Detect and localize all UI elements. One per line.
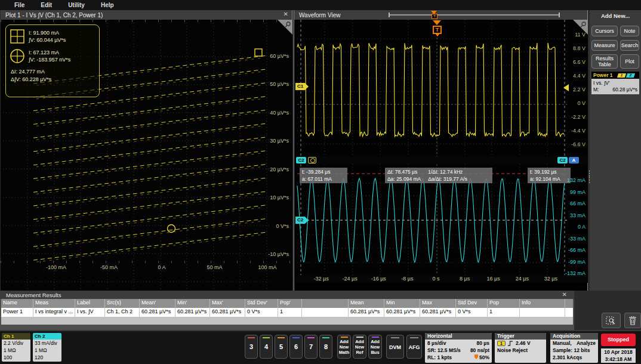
ch1-name: Ch 1 — [2, 333, 30, 340]
tick-label: 0 V — [577, 100, 585, 106]
note-button[interactable]: Note — [620, 26, 639, 36]
tick-label: -2.2 V — [571, 114, 585, 120]
ch2-waveform-grid[interactable]: C2 t: -39.284 µs a: 67.011 mA Δt: 78.475… — [295, 164, 588, 275]
delta-amplitude: Δa: 25.094 mA — [387, 175, 421, 183]
inspect-button[interactable] — [602, 313, 621, 328]
results-close-icon[interactable]: ✕ — [562, 291, 567, 298]
results-cell: 60.281 µV*s — [420, 308, 456, 317]
tick-label: 132 mA — [567, 177, 585, 183]
square-cursor-icon — [10, 29, 25, 44]
trigger-mode: Noise Reject — [495, 347, 546, 354]
tick-label: 20 µV*s — [270, 166, 289, 172]
oscilloscope-app: File Edit Utility Help Plot 1 - I Vs ∫V … — [0, 0, 641, 364]
magnifier-icon — [580, 21, 587, 28]
channel-button-3[interactable]: 3 — [245, 335, 258, 359]
acq-count: 2.301 kAcqs — [550, 354, 598, 361]
menu-help[interactable]: Help — [101, 2, 114, 8]
cursor-source-badge-right[interactable]: C2 — [557, 157, 568, 164]
cursors-button[interactable]: Cursors — [591, 26, 618, 36]
dvm-button[interactable]: DVM — [386, 335, 404, 359]
xy-x-axis-labels: -100 mA-50 mA0 A50 mA100 mA — [38, 264, 285, 270]
status-bar: Ch 1 2.2 V/div 1 MΩ 100 MHzBw Ch 2 33 mA… — [0, 330, 641, 364]
add-new-math-button[interactable]: Add New Math — [337, 335, 351, 359]
xy-plot-area[interactable]: I: 91.900 mA ∫V: 60.044 µV*s I: 67.123 m… — [1, 20, 292, 291]
datetime-display: 10 Apr 2018 3:42:18 AM — [601, 348, 636, 363]
results-col: Info — [520, 299, 565, 308]
horizontal-pan-bar[interactable] — [389, 14, 560, 16]
results-cell: 60.281 µV*s — [140, 308, 175, 317]
trash-icon — [628, 316, 637, 325]
horizontal-window: 80 µs — [477, 340, 489, 347]
results-col: Max' — [210, 299, 245, 308]
run-stop-status[interactable]: Stopped — [601, 334, 636, 346]
rising-edge-icon — [508, 340, 513, 347]
channel-button-8[interactable]: 8 — [319, 335, 332, 359]
acquisition-title: Acquisition — [550, 333, 598, 340]
close-icon[interactable]: ✕ — [283, 11, 288, 17]
trigger-flag[interactable]: T — [433, 26, 442, 34]
trigger-panel[interactable]: Trigger 1 2.46 V Noise Reject — [495, 333, 546, 363]
trigger-level-arrow-icon[interactable] — [563, 84, 569, 91]
xy-plot-titlebar[interactable]: Plot 1 - I Vs ∫V (Ch 1, Ch 2, Power 1) ✕ — [1, 10, 292, 20]
tick-label: -4.4 V — [571, 128, 585, 134]
ch2-bandwidth: 120 MHz — [35, 354, 45, 362]
add-new-bus-button[interactable]: Add New Bus — [368, 335, 382, 359]
add-new-ref-button[interactable]: Add New Ref — [353, 335, 366, 359]
menu-edit[interactable]: Edit — [41, 2, 52, 8]
tick-label: 40 µV*s — [270, 110, 289, 116]
tick-label: 2.2 V — [573, 87, 585, 92]
measurement-results-panel: Measurement Results ✕ NameMeasLabelSrc(s… — [0, 291, 574, 330]
delta-integral: Δ∫V: 60.228 µV*s — [11, 76, 95, 84]
tick-label: 8 µs — [451, 276, 479, 282]
ch1-y-axis-labels: 11 V8.8 V6.6 V4.4 V2.2 V0 V-2.2 V-4.4 V-… — [571, 32, 585, 147]
menu-utility[interactable]: Utility — [68, 2, 85, 8]
results-cell: I vs integral v ... — [33, 308, 75, 317]
menu-file[interactable]: File — [14, 2, 24, 8]
ch2-scale: 33 mA/div — [35, 340, 60, 347]
results-data-row[interactable]: Power 1I vs integral v ...I vs. ∫VCh 1, … — [1, 308, 573, 317]
inspect-magnifier-icon — [606, 316, 617, 325]
trigger-level: 2.46 V — [516, 340, 531, 347]
trash-button[interactable] — [624, 313, 641, 328]
sample-interval: 80 ns/pt — [470, 347, 489, 354]
waveform-titlebar[interactable]: Waveform View T — [294, 10, 587, 20]
horizontal-scale: 8 µs/div — [427, 340, 446, 347]
results-table-button[interactable]: Results Table — [591, 54, 618, 69]
results-cell: 60.281 µV*s — [175, 308, 210, 317]
results-col: Std Dev' — [245, 299, 278, 308]
results-cell: 1 — [278, 308, 302, 317]
cursor1-integral: ∫V: 60.044 µV*s — [29, 36, 66, 44]
results-col: Pop' — [278, 299, 302, 308]
channel-button-7[interactable]: 7 — [304, 335, 318, 359]
cursor-source-badge[interactable]: C2 — [296, 157, 306, 164]
results-col: Std Dev — [456, 299, 488, 308]
channel-button-6[interactable]: 6 — [289, 335, 303, 359]
channel-button-5[interactable]: 5 — [275, 335, 288, 359]
measure-button[interactable]: Measure — [591, 40, 618, 51]
tick-label: 8.8 V — [573, 45, 585, 51]
tick-label: 24 µs — [508, 276, 537, 282]
cursor2-current: I: 67.123 mA — [29, 49, 70, 56]
cursor-a-badge[interactable]: A — [569, 157, 579, 164]
ch1-waveform-grid[interactable]: T C1 11 V8.8 V6.6 V4.4 V2.2 V0 V-2.2 V-4… — [295, 20, 588, 156]
channel-button-4[interactable]: 4 — [260, 335, 273, 359]
ch1-badge[interactable]: Ch 1 2.2 V/div 1 MΩ 100 MHzBw — [2, 333, 30, 362]
results-col: Mean' — [140, 299, 175, 308]
search-button[interactable]: Search — [620, 40, 639, 51]
cursor-circle-badge[interactable] — [308, 157, 316, 164]
trigger-position-marker[interactable]: T — [432, 14, 437, 19]
tick-label: 32 µs — [537, 276, 565, 282]
xy-plot-panel: Plot 1 - I Vs ∫V (Ch 1, Ch 2, Power 1) ✕ — [1, 10, 292, 291]
plot-button[interactable]: Plot — [620, 54, 639, 69]
results-titlebar[interactable]: Measurement Results ✕ — [0, 291, 574, 299]
results-header-row: NameMeasLabelSrc(s)Mean'Min'Max'Std Dev'… — [1, 299, 573, 308]
horizontal-panel[interactable]: Horizontal 8 µs/div80 µs SR: 12.5 MS/s80… — [425, 333, 492, 363]
waveform-view-panel: Waveform View T T C1 11 V8.8 V6.6 V4.4 V… — [294, 10, 588, 291]
power1-badge[interactable]: Power 1 1 2 I vs. ∫V' M: 60.28 µV*s — [591, 72, 639, 94]
acquisition-panel[interactable]: Acquisition Manual,Analyze Sample: 12 bi… — [550, 333, 598, 363]
afg-button[interactable]: AFG — [406, 335, 422, 359]
xy-plot-title: Plot 1 - I Vs ∫V (Ch 1, Ch 2, Power 1) — [5, 12, 103, 18]
results-cell: 1 — [488, 308, 520, 317]
ch2-badge[interactable]: Ch 2 33 mA/div 1 MΩ 120 MHzBw — [33, 333, 61, 362]
results-col: Max — [420, 299, 456, 308]
